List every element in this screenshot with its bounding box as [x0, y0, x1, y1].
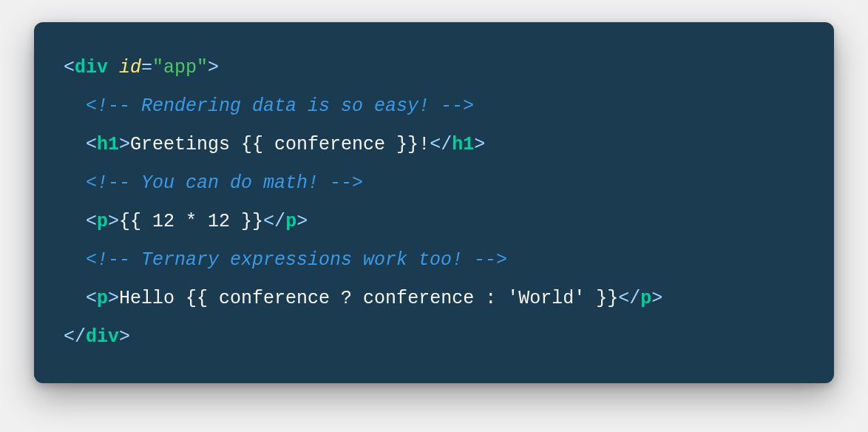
code-token-bracket: < — [86, 134, 97, 155]
code-token-indent — [64, 134, 86, 155]
code-token-bracket: > — [296, 211, 308, 232]
code-line: <!-- You can do math! --> — [64, 172, 363, 194]
code-token-bracket: = — [141, 57, 152, 78]
code-token-tagname: p — [285, 211, 296, 232]
code-token-bracket: </ — [64, 326, 86, 348]
code-token-tagname: h1 — [97, 134, 119, 155]
code-token-tagname: div — [86, 326, 119, 348]
code-line: <h1>Greetings {{ conference }}!</h1> — [64, 134, 485, 155]
code-token-bracket: </ — [263, 211, 285, 232]
code-token-tagname: p — [97, 288, 108, 309]
code-token-bracket: > — [474, 134, 485, 155]
code-token-bracket: > — [119, 326, 130, 348]
code-token-comment: <!-- Ternary expressions work too! --> — [86, 249, 507, 271]
code-token-text: {{ 12 * 12 }} — [119, 211, 263, 232]
code-token-string: "app" — [152, 57, 208, 78]
code-token-text: Hello {{ conference ? conference : 'Worl… — [119, 288, 618, 309]
code-token-bracket: > — [119, 134, 130, 155]
code-token-indent — [64, 288, 86, 309]
code-token-text: Greetings {{ conference }}! — [130, 134, 430, 155]
code-token-bracket: > — [651, 288, 662, 309]
code-token-bracket: </ — [618, 288, 640, 309]
code-token-indent — [64, 172, 86, 194]
code-token-tagname: div — [75, 57, 108, 78]
code-token-attrname: id — [119, 57, 141, 78]
code-line: <p>{{ 12 * 12 }}</p> — [64, 211, 308, 232]
code-token-indent — [64, 211, 86, 232]
code-token-indent — [64, 249, 86, 271]
code-token-comment: <!-- You can do math! --> — [86, 172, 363, 194]
code-card: <div id="app"> <!-- Rendering data is so… — [34, 22, 834, 383]
code-line: <div id="app"> — [64, 57, 219, 78]
code-line: <!-- Ternary expressions work too! --> — [64, 249, 507, 271]
code-block: <div id="app"> <!-- Rendering data is so… — [64, 49, 804, 357]
code-line: <p>Hello {{ conference ? conference : 'W… — [64, 288, 662, 309]
code-line: <!-- Rendering data is so easy! --> — [64, 95, 474, 117]
code-token-indent — [64, 95, 86, 117]
code-token-tagname: p — [97, 211, 108, 232]
code-token-bracket: > — [108, 211, 119, 232]
code-token-bracket: > — [208, 57, 219, 78]
code-token-bracket: > — [108, 288, 119, 309]
code-token-tagname: h1 — [452, 134, 474, 155]
code-token-bracket: < — [86, 211, 97, 232]
code-line: </div> — [64, 326, 130, 348]
code-token-text — [108, 57, 119, 78]
code-token-bracket: < — [86, 288, 97, 309]
code-token-bracket: </ — [430, 134, 452, 155]
code-token-bracket: < — [64, 57, 75, 78]
code-token-comment: <!-- Rendering data is so easy! --> — [86, 95, 474, 117]
code-token-tagname: p — [640, 288, 651, 309]
